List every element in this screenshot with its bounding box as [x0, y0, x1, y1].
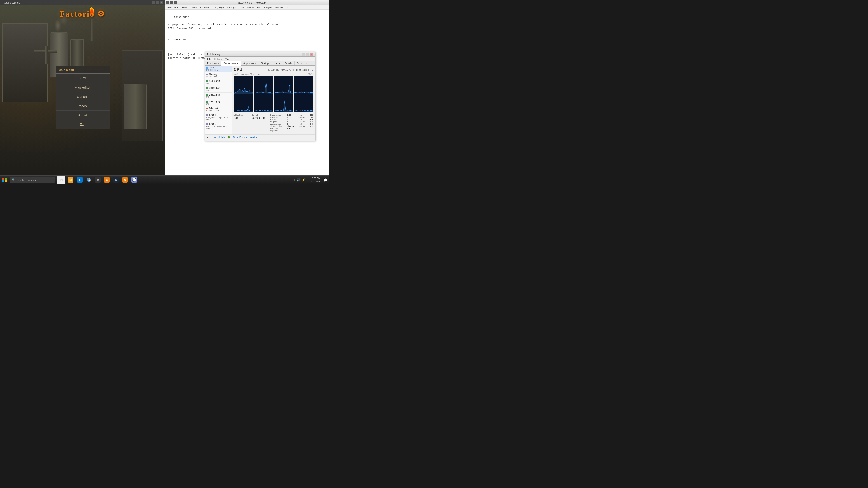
ethernet-color-bar [206, 107, 208, 109]
taskbar-date: 1/24/2019 [310, 180, 320, 183]
factorio-maximize-button[interactable]: □ [156, 1, 159, 4]
tm-sidebar-disk2[interactable]: Disk 2 (F:) 0% [205, 93, 232, 99]
notepad-menu-tools[interactable]: Tools [237, 6, 246, 9]
notepad-menu-macro[interactable]: Macro [246, 6, 255, 9]
fire-tower-body [90, 19, 93, 41]
taskbar-task-view-button[interactable]: ⧉ [57, 176, 66, 184]
cpu-graph-6 [274, 94, 293, 112]
factorio-window-controls: ─ □ ✕ [152, 1, 163, 4]
notepad-menu-language[interactable]: Language [212, 6, 225, 9]
tm-detail-panel: CPU Intel(R) Core(TM) i7-4770K CPU @ 3.5… [232, 66, 315, 134]
notepad-menu-run[interactable]: Run [255, 6, 262, 9]
systray-volume-icon[interactable]: 🔊 [296, 178, 300, 182]
cpu-graph-7 [294, 94, 313, 112]
menu-mods-button[interactable]: Mods [56, 101, 110, 111]
tm-sidebar-memory-name: Memory [206, 73, 230, 76]
taskbar-clock[interactable]: 8:39 PM 1/24/2019 [309, 177, 322, 183]
tm-open-resource-link[interactable]: Open Resource Monitor [233, 136, 257, 138]
tm-tab-services[interactable]: Services [294, 61, 309, 65]
tm-sidebar-disk0[interactable]: Disk 0 (C:) 0% [205, 79, 232, 86]
factorio-minimize-button[interactable]: ─ [152, 1, 155, 4]
taskbar-search[interactable]: 🔍 Type here to search [10, 177, 55, 183]
taskbar-start-button[interactable] [0, 175, 9, 185]
notepad-title: factorio-log.txt - Notepad++ [178, 1, 328, 4]
tm-sidebar-gpu1[interactable]: GPU 1 Radeon RX 590 Series 22% [205, 122, 232, 131]
notepad-minimize-button[interactable]: ─ [166, 1, 169, 4]
tm-sidebar-disk3[interactable]: Disk 3 (D:) 0% [205, 99, 232, 106]
cpu-graph-4 [234, 94, 253, 112]
menu-map-editor-button[interactable]: Map editor [56, 83, 110, 92]
notepad-menu-search[interactable]: Search [180, 6, 191, 9]
unity-icon: ◈ [95, 177, 101, 183]
menu-exit-button[interactable]: Exit [56, 120, 110, 129]
notepad-menu-encoding[interactable]: Encoding [198, 6, 212, 9]
svg-rect-2 [2, 180, 4, 182]
taskbar-app-edge[interactable]: e [75, 176, 84, 184]
tm-sidebar-gpu0[interactable]: GPU 0 Intel(R) HD Graphics 46... 0% [205, 113, 232, 122]
factorio-window: Factorio 0.16.51 ─ □ ✕ [0, 0, 165, 181]
cpu-graph-5 [254, 94, 274, 112]
taskbar-app-factorio[interactable]: ⚙ [121, 176, 129, 184]
tm-cache-info: L1 cache: L2 cache: L3 cache: [299, 114, 305, 132]
notepad-menubar: File Edit Search View Encoding Language … [165, 5, 329, 10]
tm-sockets-value: 1 [287, 119, 295, 121]
disk0-color-bar [206, 80, 208, 82]
tm-tab-app-history[interactable]: App history [241, 61, 258, 65]
tm-threads-group: Threads 2726 [247, 133, 254, 134]
tm-cpu-title: CPU [234, 67, 242, 72]
notifications-icon[interactable]: 💬 [323, 178, 327, 182]
tm-close-button[interactable]: ✕ [310, 53, 313, 56]
taskbar-app-blender[interactable]: ◉ [103, 176, 111, 184]
tm-l1-value: 256 KB [310, 114, 313, 119]
svg-rect-1 [5, 178, 6, 180]
file-explorer-icon: 📁 [68, 177, 73, 183]
notepad-close-button[interactable]: ✕ [174, 1, 178, 4]
tm-l3-value: 8.0 MB [310, 123, 313, 127]
notepad-menu-view[interactable]: View [191, 6, 199, 9]
taskbar-app-discord[interactable]: 💬 [130, 176, 138, 184]
tm-tab-details[interactable]: Details [282, 61, 295, 65]
tm-sidebar-disk1[interactable]: Disk 1 (G:) 0% [205, 86, 232, 93]
tm-sidebar: CPU 3% 3.89 GHz Memory 12.0/15.9 GB (75%… [205, 66, 232, 134]
notepad-menu-settings[interactable]: Settings [225, 6, 237, 9]
tm-sidebar-cpu[interactable]: CPU 3% 3.89 GHz [205, 66, 232, 72]
tm-uptime-label: Up time [270, 133, 284, 134]
notepad-menu-edit[interactable]: Edit [173, 6, 180, 9]
tm-tab-performance[interactable]: Performance [221, 61, 241, 66]
tm-tab-users[interactable]: Users [271, 61, 282, 65]
steam-icon: ⚙ [113, 177, 119, 183]
tm-sidebar-memory[interactable]: Memory 12.0/15.9 GB (75%) [205, 72, 232, 79]
tm-minimize-button[interactable]: ─ [302, 53, 305, 56]
notepad-menu-file[interactable]: File [166, 6, 173, 9]
notepad-window-controls: ─ □ ✕ [166, 1, 178, 4]
svg-rect-3 [5, 180, 6, 182]
taskbar-app-chrome[interactable] [85, 176, 93, 184]
notepad-menu-help[interactable]: ? [285, 6, 289, 9]
taskbar-app-unity[interactable]: ◈ [94, 176, 102, 184]
taskbar-app-steam[interactable]: ⚙ [112, 176, 120, 184]
tm-fewer-details-link[interactable]: Fewer details [212, 136, 225, 138]
notepad-menu-plugins[interactable]: Plugins [262, 6, 273, 9]
factorio-titlebar: Factorio 0.16.51 ─ □ ✕ [0, 0, 165, 5]
notepad-menu-window[interactable]: Window [273, 6, 285, 9]
notepad-restore-button[interactable]: □ [170, 1, 174, 4]
taskbar: 🔍 Type here to search ⧉ 📁 e [0, 175, 329, 184]
tm-menu-options[interactable]: Options [213, 58, 224, 60]
tm-menu-file[interactable]: File [206, 58, 213, 60]
code-line-3 [168, 19, 326, 23]
menu-play-button[interactable]: Play [56, 74, 110, 83]
factorio-game-area: Factorio ⚙ Main menu Play Map editor Opt… [0, 5, 165, 181]
tm-tab-startup[interactable]: Startup [258, 61, 271, 65]
menu-about-button[interactable]: About [56, 111, 110, 120]
tm-tab-processes[interactable]: Processes [205, 61, 221, 65]
taskbar-app-explorer[interactable]: 📁 [66, 176, 75, 184]
tm-menu-view[interactable]: View [224, 58, 232, 60]
factorio-close-button[interactable]: ✕ [160, 1, 163, 4]
menu-options-button[interactable]: Options [56, 92, 110, 101]
factory-building-left [2, 23, 48, 102]
tm-sidebar-disk2-sub: 0% [206, 96, 230, 98]
tm-sidebar-ethernet[interactable]: Ethernet S: 0 R: 0 Kbps [205, 106, 232, 113]
tm-maximize-button[interactable]: □ [306, 53, 309, 56]
systray-battery-icon[interactable]: ⚡ [302, 178, 305, 182]
systray-network-icon[interactable]: ⬡ [292, 178, 294, 182]
